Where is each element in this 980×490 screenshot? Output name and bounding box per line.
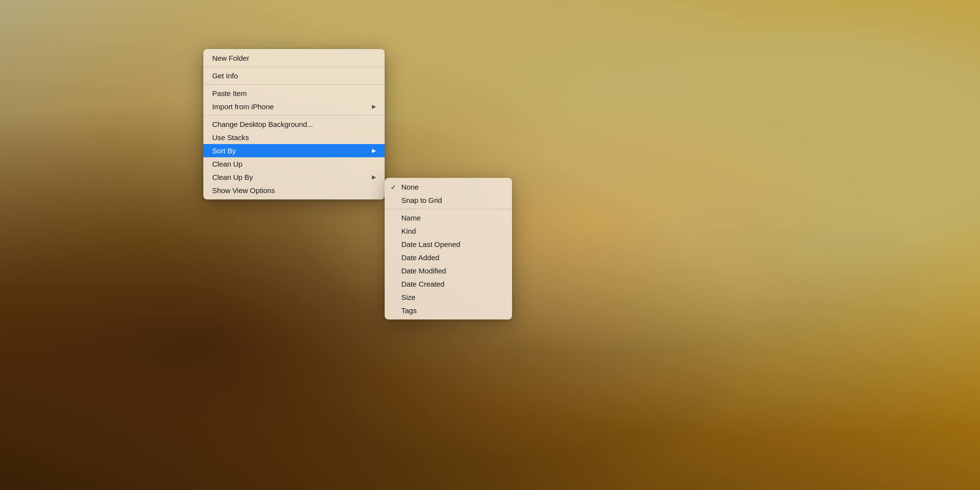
submenu-item-size[interactable]: Size [385,291,512,304]
submenu-item-kind[interactable]: Kind [385,224,512,238]
menu-item-new-folder[interactable]: New Folder [203,51,385,65]
menu-item-clean-up-by[interactable]: Clean Up By ▶ [203,171,385,184]
menu-divider-1 [203,67,385,67]
submenu-item-none[interactable]: ✓ None [385,180,512,194]
menu-item-label: Clean Up [212,160,243,168]
submenu-item-date-last-opened[interactable]: Date Last Opened [385,238,512,251]
menu-item-paste-item[interactable]: Paste Item [203,87,385,100]
menu-item-use-stacks[interactable]: Use Stacks [203,131,385,144]
submenu-item-label: Size [401,293,416,301]
submenu-item-label: None [401,183,418,191]
sort-by-submenu: ✓ None Snap to Grid Name Kind Date Last … [385,178,512,319]
submenu-item-label: Date Created [401,280,444,288]
submenu-item-snap-to-grid[interactable]: Snap to Grid [385,194,512,207]
submenu-item-date-created[interactable]: Date Created [385,277,512,291]
submenu-item-tags[interactable]: Tags [385,304,512,317]
context-menu: New Folder Get Info Paste Item Import fr… [203,49,385,199]
menu-item-change-desktop-bg[interactable]: Change Desktop Background... [203,118,385,131]
submenu-arrow-icon: ▶ [372,103,376,110]
checkmark-icon: ✓ [391,183,398,191]
submenu-item-label: Tags [401,306,416,315]
context-menu-wrapper: New Folder Get Info Paste Item Import fr… [203,49,512,319]
menu-divider-3 [203,115,385,116]
submenu-item-label: Date Last Opened [401,240,460,248]
menu-item-label: New Folder [212,54,249,62]
menu-item-label: Paste Item [212,89,247,98]
submenu-item-label: Date Added [401,253,439,262]
submenu-item-date-modified[interactable]: Date Modified [385,264,512,277]
menu-item-clean-up[interactable]: Clean Up [203,157,385,171]
menu-item-sort-by[interactable]: Sort By ▶ [203,144,385,157]
submenu-item-label: Date Modified [401,267,446,275]
menu-item-label: Import from iPhone [212,102,274,111]
menu-item-label: Show View Options [212,186,275,195]
submenu-arrow-icon: ▶ [372,147,376,154]
menu-item-import-from-iphone[interactable]: Import from iPhone ▶ [203,100,385,113]
submenu-item-date-added[interactable]: Date Added [385,251,512,264]
menu-item-label: Sort By [212,147,236,155]
menu-item-show-view-options[interactable]: Show View Options [203,184,385,197]
menu-item-label: Change Desktop Background... [212,120,313,128]
menu-item-label: Use Stacks [212,133,249,142]
menu-item-label: Get Info [212,72,238,80]
submenu-item-label: Kind [401,227,416,235]
submenu-arrow-icon: ▶ [372,174,376,180]
menu-divider-2 [203,84,385,85]
submenu-item-label: Snap to Grid [401,196,442,204]
menu-item-get-info[interactable]: Get Info [203,69,385,82]
submenu-divider [385,209,512,209]
submenu-item-name[interactable]: Name [385,211,512,224]
submenu-item-label: Name [401,214,421,222]
menu-item-label: Clean Up By [212,173,253,181]
